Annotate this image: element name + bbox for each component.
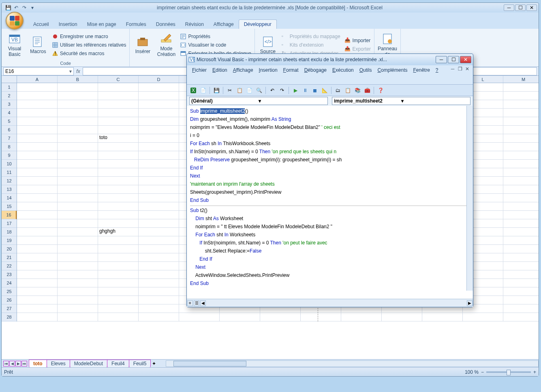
cell-B27[interactable] <box>58 304 98 313</box>
cell-B10[interactable] <box>58 160 98 168</box>
properties-button[interactable]: Propriétés <box>179 33 252 40</box>
cell-C17[interactable] <box>98 219 139 228</box>
cell-C24[interactable] <box>98 279 139 287</box>
qat-undo-icon[interactable]: ↶ <box>13 4 19 11</box>
cell-A4[interactable] <box>17 109 58 117</box>
cell-A8[interactable] <box>17 143 58 151</box>
row-header-10[interactable]: 10 <box>2 160 17 168</box>
row-header-5[interactable]: 5 <box>2 117 17 126</box>
cell-J28[interactable] <box>382 313 422 321</box>
cell-B19[interactable] <box>58 236 98 245</box>
vbe-child-close-icon[interactable]: ✕ <box>464 66 470 72</box>
vbe-insert-icon[interactable]: 📄 <box>199 86 207 94</box>
cell-M27[interactable] <box>503 304 539 313</box>
macro-security-button[interactable]: !Sécurité des macros <box>51 50 127 57</box>
kits-button[interactable]: ▫Kits d'extension <box>281 41 341 49</box>
cell-B13[interactable] <box>58 185 98 194</box>
cell-C26[interactable] <box>98 296 139 304</box>
vbe-menu-edition[interactable]: Edition <box>210 66 230 74</box>
cell-M28[interactable] <box>503 313 539 321</box>
cell-D24[interactable] <box>139 279 179 287</box>
row-header-24[interactable]: 24 <box>2 279 17 287</box>
cell-E28[interactable] <box>179 313 220 321</box>
cell-M26[interactable] <box>503 296 539 304</box>
vbe-props-icon[interactable]: 📋 <box>344 86 352 94</box>
excel-minimize-button[interactable]: ─ <box>504 4 514 11</box>
col-header-D[interactable]: D <box>139 76 179 83</box>
cell-B20[interactable] <box>58 245 98 253</box>
cell-C4[interactable] <box>98 109 139 117</box>
cell-A7[interactable] <box>17 134 58 143</box>
vbe-save-icon[interactable]: 💾 <box>212 86 220 94</box>
vbe-menu-insertion[interactable]: Insertion <box>256 66 280 74</box>
vbe-view-full-icon[interactable]: ☰ <box>194 300 199 306</box>
cell-B25[interactable] <box>58 287 98 296</box>
cell-C25[interactable] <box>98 287 139 296</box>
design-mode-button[interactable]: Mode Création <box>156 30 177 60</box>
vbe-close-button[interactable]: ✕ <box>460 56 471 63</box>
qat-more-icon[interactable]: ▾ <box>29 4 36 11</box>
cell-M3[interactable] <box>503 100 539 109</box>
vbe-menu-affichage[interactable]: Affichage <box>230 66 256 74</box>
cell-C28[interactable] <box>98 313 139 321</box>
cell-C19[interactable] <box>98 236 139 245</box>
row-header-1[interactable]: 1 <box>2 83 17 92</box>
cell-D17[interactable] <box>139 219 179 228</box>
cell-D9[interactable] <box>139 151 179 160</box>
cell-A3[interactable] <box>17 100 58 109</box>
cell-A18[interactable] <box>17 228 58 236</box>
cell-C22[interactable] <box>98 262 139 270</box>
cell-A20[interactable] <box>17 245 58 253</box>
visual-basic-button[interactable]: VB Visual Basic <box>4 30 25 60</box>
cell-D15[interactable] <box>139 202 179 211</box>
cell-D3[interactable] <box>139 100 179 109</box>
row-header-9[interactable]: 9 <box>2 151 17 160</box>
cell-A10[interactable] <box>17 160 58 168</box>
office-orb-button[interactable] <box>6 12 24 30</box>
horizontal-scrollbar[interactable] <box>166 360 539 367</box>
cell-C27[interactable] <box>98 304 139 313</box>
cell-B26[interactable] <box>58 296 98 304</box>
insert-control-button[interactable]: Insérer <box>132 30 153 60</box>
row-header-23[interactable]: 23 <box>2 270 17 279</box>
cell-M6[interactable] <box>503 126 539 134</box>
cell-D13[interactable] <box>139 185 179 194</box>
vbe-menu-fichier[interactable]: Fichier <box>189 66 210 74</box>
select-all-corner[interactable] <box>2 76 17 83</box>
cell-M12[interactable] <box>503 177 539 185</box>
cell-A23[interactable] <box>17 270 58 279</box>
cell-M1[interactable] <box>503 83 539 92</box>
cell-M18[interactable] <box>503 228 539 236</box>
name-box-dropdown-icon[interactable]: ▾ <box>69 69 72 74</box>
row-header-27[interactable]: 27 <box>2 304 17 313</box>
new-sheet-button[interactable]: ✦ <box>150 361 158 366</box>
cell-C14[interactable] <box>98 194 139 202</box>
vbe-menu-dbogage[interactable]: Débogage <box>302 66 329 74</box>
zoom-slider[interactable] <box>486 371 531 373</box>
cell-C5[interactable] <box>98 117 139 126</box>
vbe-cut-icon[interactable]: ✂ <box>226 86 234 94</box>
vbe-child-minimize-icon[interactable]: ─ <box>449 66 456 72</box>
cell-M9[interactable] <box>503 151 539 160</box>
tab-accueil[interactable]: Accueil <box>28 20 54 29</box>
zoom-out-button[interactable]: − <box>481 369 484 375</box>
cell-C20[interactable] <box>98 245 139 253</box>
cell-D2[interactable] <box>139 92 179 100</box>
qat-save-icon[interactable]: 💾 <box>5 4 11 11</box>
row-header-6[interactable]: 6 <box>2 126 17 134</box>
excel-close-button[interactable]: ✕ <box>526 4 537 11</box>
vbe-explorer-icon[interactable]: 🗂 <box>334 86 342 94</box>
vbe-vertical-scrollbar[interactable] <box>466 106 473 291</box>
vbe-menu-outils[interactable]: Outils <box>357 66 375 74</box>
cell-D20[interactable] <box>139 245 179 253</box>
cell-D12[interactable] <box>139 177 179 185</box>
cell-M19[interactable] <box>503 236 539 245</box>
vbe-minimize-button[interactable]: ─ <box>436 56 447 63</box>
row-header-12[interactable]: 12 <box>2 177 17 185</box>
cell-M15[interactable] <box>503 202 539 211</box>
cell-A12[interactable] <box>17 177 58 185</box>
col-header-B[interactable]: B <box>58 76 98 83</box>
record-macro-button[interactable]: Enregistrer une macro <box>51 33 127 40</box>
cell-A14[interactable] <box>17 194 58 202</box>
tab-affichage[interactable]: Affichage <box>209 20 239 29</box>
